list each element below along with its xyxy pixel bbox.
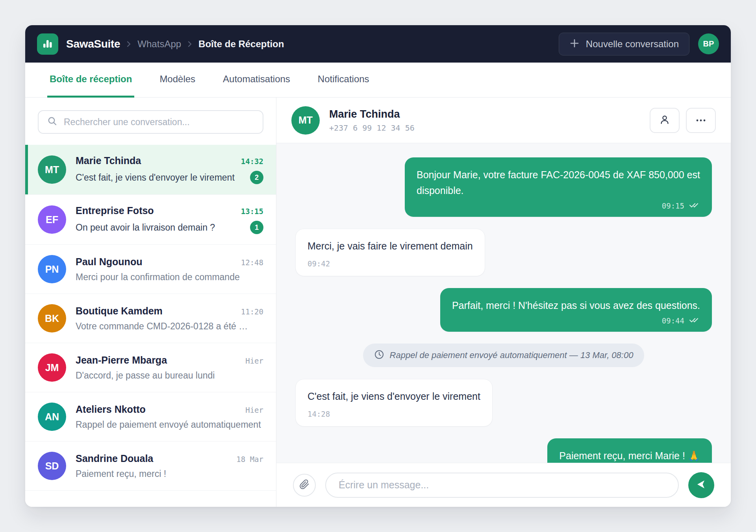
- conversation-preview: Paiement reçu, merci !: [76, 469, 166, 479]
- conversation-time: 12:48: [241, 258, 263, 267]
- conversation-list-item[interactable]: AN Ateliers Nkotto Hier Rappel de paieme…: [25, 392, 276, 441]
- conversation-list-item[interactable]: BK Boutique Kamdem 11:20 Votre commande …: [25, 294, 276, 343]
- conversation-preview: On peut avoir la livraison demain ?: [76, 222, 215, 233]
- conversation-preview: D'accord, je passe au bureau lundi: [76, 370, 215, 381]
- paperclip-icon: [299, 479, 309, 491]
- app-window: SawaSuite WhatsApp Boîte de Réception No…: [25, 25, 731, 507]
- user-avatar[interactable]: BP: [698, 33, 719, 54]
- breadcrumb-current: Boîte de Réception: [198, 39, 284, 50]
- conversation-time: 14:32: [241, 157, 263, 166]
- avatar: EF: [38, 205, 66, 234]
- new-conversation-label: Nouvelle conversation: [586, 39, 679, 50]
- unread-badge: 2: [250, 171, 263, 184]
- attach-button[interactable]: [293, 474, 316, 497]
- outgoing-message-bubble: Paiement reçu, merci Marie ! 🙏 14:32: [547, 438, 712, 463]
- conversation-time: 13:15: [241, 207, 263, 216]
- send-icon: [695, 478, 707, 491]
- conversation-name: Paul Ngounou: [76, 256, 142, 268]
- conversation-time: Hier: [245, 357, 263, 365]
- system-message: Rappel de paiement envoyé automatiquemen…: [363, 344, 645, 367]
- more-options-button[interactable]: [686, 108, 716, 133]
- message-input[interactable]: [325, 473, 679, 498]
- search-input[interactable]: [64, 117, 254, 127]
- conversation-list-item[interactable]: MT Marie Tchinda 14:32 C'est fait, je vi…: [25, 145, 276, 195]
- clock-icon: [374, 349, 384, 361]
- message-text: C'est fait, je viens d'envoyer le vireme…: [308, 389, 480, 404]
- message-list: Bonjour Marie, votre facture FAC-2026-00…: [276, 143, 731, 463]
- conversation-time: Hier: [245, 406, 263, 414]
- search-area: [25, 98, 276, 145]
- incoming-message-bubble: Merci, je vais faire le virement demain …: [295, 229, 485, 276]
- breadcrumb-chevron-icon: [126, 40, 131, 48]
- conversation-name: Ateliers Nkotto: [76, 404, 146, 415]
- search-box: [38, 110, 263, 134]
- system-message-text: Rappel de paiement envoyé automatiquemen…: [390, 350, 634, 360]
- avatar: MT: [38, 155, 66, 184]
- avatar: PN: [38, 255, 66, 283]
- conversation-preview: Votre commande CMD-2026-0128 a été …: [76, 321, 248, 332]
- avatar: JM: [38, 353, 66, 382]
- plus-icon: [569, 38, 580, 50]
- conversation-preview: C'est fait, je viens d'envoyer le vireme…: [76, 172, 235, 183]
- outgoing-message-bubble: Parfait, merci ! N'hésitez pas si vous a…: [440, 288, 712, 332]
- conversation-list: MT Marie Tchinda 14:32 C'est fait, je vi…: [25, 145, 276, 507]
- send-button[interactable]: [688, 472, 714, 498]
- top-bar: SawaSuite WhatsApp Boîte de Réception No…: [25, 25, 731, 63]
- conversation-preview: Rappel de paiement envoyé automatiquemen…: [76, 419, 261, 430]
- bar-chart-icon: [42, 38, 53, 50]
- conversation-name: Marie Tchinda: [76, 155, 141, 166]
- outgoing-message-bubble: Bonjour Marie, votre facture FAC-2026-00…: [405, 157, 712, 217]
- avatar: SD: [38, 452, 66, 480]
- conversation-time: 18 Mar: [236, 455, 263, 464]
- conversation-name: Boutique Kamdem: [76, 305, 163, 317]
- conversation-name: Sandrine Douala: [76, 453, 153, 464]
- conversation-name: Entreprise Fotso: [76, 205, 154, 216]
- double-check-icon: [689, 202, 700, 210]
- conversation-preview: Merci pour la confirmation de commande: [76, 272, 240, 283]
- contact-profile-button[interactable]: [650, 108, 680, 133]
- tab-automations[interactable]: Automatisations: [220, 63, 293, 98]
- tab-inbox[interactable]: Boîte de réception: [47, 63, 134, 98]
- conversation-list-item[interactable]: JM Jean-Pierre Mbarga Hier D'accord, je …: [25, 343, 276, 392]
- avatar: BK: [38, 304, 66, 332]
- unread-badge: 1: [250, 221, 263, 234]
- tab-notifications[interactable]: Notifications: [315, 63, 372, 98]
- message-composer: [276, 463, 731, 507]
- message-text: Paiement reçu, merci Marie ! 🙏: [559, 448, 700, 463]
- chat-header: MT Marie Tchinda +237 6 99 12 34 56: [276, 98, 731, 143]
- message-time: 09:15: [662, 201, 684, 210]
- new-conversation-button[interactable]: Nouvelle conversation: [559, 33, 689, 55]
- message-time: 14:28: [308, 410, 480, 418]
- person-icon: [659, 114, 670, 126]
- brand-name: SawaSuite: [66, 38, 120, 50]
- breadcrumb-section[interactable]: WhatsApp: [137, 39, 181, 50]
- message-text: Parfait, merci ! N'hésitez pas si vous a…: [452, 298, 700, 314]
- tab-bar: Boîte de réception Modèles Automatisatio…: [25, 63, 731, 98]
- conversation-name: Jean-Pierre Mbarga: [76, 355, 167, 366]
- contact-avatar: MT: [291, 106, 320, 135]
- contact-name: Marie Tchinda: [329, 108, 415, 120]
- topbar-actions: Nouvelle conversation BP: [559, 33, 719, 55]
- tab-templates[interactable]: Modèles: [157, 63, 198, 98]
- conversation-list-item[interactable]: EF Entreprise Fotso 13:15 On peut avoir …: [25, 195, 276, 245]
- conversation-list-item[interactable]: PN Paul Ngounou 12:48 Merci pour la conf…: [25, 245, 276, 294]
- message-time: 09:42: [308, 259, 473, 268]
- chat-panel: MT Marie Tchinda +237 6 99 12 34 56: [276, 98, 731, 507]
- incoming-message-bubble: C'est fait, je viens d'envoyer le vireme…: [295, 379, 493, 427]
- search-icon: [47, 116, 57, 128]
- ellipsis-icon: [696, 117, 706, 123]
- message-text: Merci, je vais faire le virement demain: [308, 239, 473, 254]
- double-check-icon: [689, 317, 700, 325]
- conversation-sidebar: MT Marie Tchinda 14:32 C'est fait, je vi…: [25, 98, 276, 507]
- avatar: AN: [38, 403, 66, 431]
- brand-logo: [37, 33, 58, 55]
- conversation-time: 11:20: [241, 307, 263, 316]
- message-text: Bonjour Marie, votre facture FAC-2026-00…: [417, 167, 700, 198]
- conversation-list-item[interactable]: SD Sandrine Douala 18 Mar Paiement reçu,…: [25, 441, 276, 491]
- breadcrumb-chevron-icon: [187, 40, 192, 48]
- contact-phone: +237 6 99 12 34 56: [329, 123, 415, 133]
- message-time: 09:44: [662, 316, 684, 325]
